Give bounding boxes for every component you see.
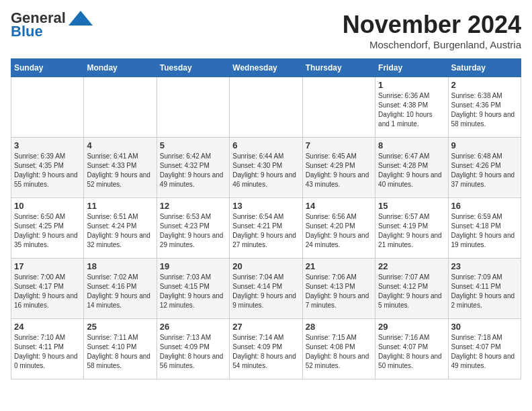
day-number: 4 — [87, 140, 153, 150]
day-number: 16 — [451, 201, 518, 211]
calendar-cell: 18Sunrise: 7:02 AM Sunset: 4:16 PM Dayli… — [84, 259, 157, 319]
day-number: 29 — [378, 322, 445, 332]
day-number: 17 — [14, 261, 81, 271]
calendar-cell: 3Sunrise: 6:39 AM Sunset: 4:35 PM Daylig… — [11, 138, 84, 198]
day-info: Sunrise: 6:56 AM Sunset: 4:20 PM Dayligh… — [306, 212, 372, 250]
day-info: Sunrise: 7:18 AM Sunset: 4:07 PM Dayligh… — [451, 333, 518, 371]
calendar-cell: 4Sunrise: 6:41 AM Sunset: 4:33 PM Daylig… — [84, 138, 157, 198]
svg-marker-0 — [69, 11, 93, 26]
day-info: Sunrise: 6:50 AM Sunset: 4:25 PM Dayligh… — [14, 212, 81, 250]
day-info: Sunrise: 6:57 AM Sunset: 4:19 PM Dayligh… — [378, 212, 445, 250]
day-number: 6 — [232, 140, 299, 150]
calendar-cell: 22Sunrise: 7:07 AM Sunset: 4:12 PM Dayli… — [375, 259, 448, 319]
weekday-header: Monday — [84, 59, 157, 77]
calendar-week-row: 3Sunrise: 6:39 AM Sunset: 4:35 PM Daylig… — [11, 138, 521, 198]
day-number: 30 — [451, 322, 518, 332]
calendar-cell — [84, 77, 157, 138]
day-info: Sunrise: 6:42 AM Sunset: 4:32 PM Dayligh… — [160, 152, 226, 189]
weekday-header: Tuesday — [157, 59, 229, 77]
day-info: Sunrise: 6:53 AM Sunset: 4:23 PM Dayligh… — [160, 212, 226, 250]
day-number: 8 — [378, 140, 445, 150]
calendar-body: 1Sunrise: 6:36 AM Sunset: 4:38 PM Daylig… — [11, 77, 521, 379]
day-info: Sunrise: 6:44 AM Sunset: 4:30 PM Dayligh… — [232, 152, 299, 189]
month-title: November 2024 — [343, 11, 521, 39]
day-info: Sunrise: 7:15 AM Sunset: 4:08 PM Dayligh… — [306, 333, 372, 371]
weekday-header: Wednesday — [230, 59, 302, 77]
calendar-cell: 30Sunrise: 7:18 AM Sunset: 4:07 PM Dayli… — [448, 319, 521, 379]
calendar-header-row: SundayMondayTuesdayWednesdayThursdayFrid… — [11, 59, 521, 77]
day-number: 24 — [14, 322, 81, 332]
day-number: 10 — [14, 201, 81, 211]
day-number: 3 — [14, 140, 81, 150]
day-info: Sunrise: 6:54 AM Sunset: 4:21 PM Dayligh… — [232, 212, 299, 250]
title-area: November 2024 Moschendorf, Burgenland, A… — [343, 11, 521, 50]
day-number: 13 — [232, 201, 299, 211]
day-number: 23 — [451, 261, 518, 271]
day-number: 12 — [160, 201, 226, 211]
logo-icon — [69, 11, 93, 26]
calendar-cell — [302, 77, 375, 138]
day-info: Sunrise: 7:16 AM Sunset: 4:07 PM Dayligh… — [378, 333, 445, 371]
calendar-cell: 23Sunrise: 7:09 AM Sunset: 4:11 PM Dayli… — [448, 259, 521, 319]
day-info: Sunrise: 6:51 AM Sunset: 4:24 PM Dayligh… — [87, 212, 153, 250]
calendar-cell — [230, 77, 302, 138]
calendar-cell: 8Sunrise: 6:47 AM Sunset: 4:28 PM Daylig… — [375, 138, 448, 198]
calendar-cell: 21Sunrise: 7:06 AM Sunset: 4:13 PM Dayli… — [302, 259, 375, 319]
day-info: Sunrise: 7:07 AM Sunset: 4:12 PM Dayligh… — [378, 273, 445, 310]
weekday-header: Friday — [375, 59, 448, 77]
calendar-week-row: 10Sunrise: 6:50 AM Sunset: 4:25 PM Dayli… — [11, 198, 521, 259]
day-number: 1 — [378, 80, 445, 90]
day-number: 20 — [232, 261, 299, 271]
day-info: Sunrise: 7:09 AM Sunset: 4:11 PM Dayligh… — [451, 273, 518, 310]
calendar-cell: 26Sunrise: 7:13 AM Sunset: 4:09 PM Dayli… — [157, 319, 229, 379]
day-number: 14 — [306, 201, 372, 211]
day-number: 18 — [87, 261, 153, 271]
day-info: Sunrise: 6:45 AM Sunset: 4:29 PM Dayligh… — [306, 152, 372, 189]
calendar-cell: 19Sunrise: 7:03 AM Sunset: 4:15 PM Dayli… — [157, 259, 229, 319]
day-number: 19 — [160, 261, 226, 271]
day-number: 25 — [87, 322, 153, 332]
logo-blue: Blue — [11, 23, 43, 40]
calendar-cell: 9Sunrise: 6:48 AM Sunset: 4:26 PM Daylig… — [448, 138, 521, 198]
day-info: Sunrise: 6:41 AM Sunset: 4:33 PM Dayligh… — [87, 152, 153, 189]
calendar-cell: 10Sunrise: 6:50 AM Sunset: 4:25 PM Dayli… — [11, 198, 84, 259]
day-number: 27 — [232, 322, 299, 332]
day-info: Sunrise: 6:39 AM Sunset: 4:35 PM Dayligh… — [14, 152, 81, 189]
day-info: Sunrise: 7:02 AM Sunset: 4:16 PM Dayligh… — [87, 273, 153, 310]
calendar-week-row: 24Sunrise: 7:10 AM Sunset: 4:11 PM Dayli… — [11, 319, 521, 379]
weekday-header: Thursday — [302, 59, 375, 77]
calendar-cell — [11, 77, 84, 138]
weekday-header: Sunday — [11, 59, 84, 77]
day-info: Sunrise: 7:14 AM Sunset: 4:09 PM Dayligh… — [232, 333, 299, 371]
day-number: 22 — [378, 261, 445, 271]
day-info: Sunrise: 7:00 AM Sunset: 4:17 PM Dayligh… — [14, 273, 81, 310]
calendar-cell: 7Sunrise: 6:45 AM Sunset: 4:29 PM Daylig… — [302, 138, 375, 198]
day-number: 28 — [306, 322, 372, 332]
calendar-cell — [157, 77, 229, 138]
day-number: 15 — [378, 201, 445, 211]
calendar-week-row: 1Sunrise: 6:36 AM Sunset: 4:38 PM Daylig… — [11, 77, 521, 138]
day-info: Sunrise: 7:10 AM Sunset: 4:11 PM Dayligh… — [14, 333, 81, 371]
location: Moschendorf, Burgenland, Austria — [343, 39, 521, 50]
calendar-week-row: 17Sunrise: 7:00 AM Sunset: 4:17 PM Dayli… — [11, 259, 521, 319]
calendar-cell: 5Sunrise: 6:42 AM Sunset: 4:32 PM Daylig… — [157, 138, 229, 198]
calendar-cell: 1Sunrise: 6:36 AM Sunset: 4:38 PM Daylig… — [375, 77, 448, 138]
day-info: Sunrise: 7:04 AM Sunset: 4:14 PM Dayligh… — [232, 273, 299, 310]
calendar-cell: 28Sunrise: 7:15 AM Sunset: 4:08 PM Dayli… — [302, 319, 375, 379]
calendar-table: SundayMondayTuesdayWednesdayThursdayFrid… — [11, 58, 521, 379]
calendar-cell: 13Sunrise: 6:54 AM Sunset: 4:21 PM Dayli… — [230, 198, 302, 259]
weekday-header: Saturday — [448, 59, 521, 77]
calendar-cell: 11Sunrise: 6:51 AM Sunset: 4:24 PM Dayli… — [84, 198, 157, 259]
calendar-cell: 15Sunrise: 6:57 AM Sunset: 4:19 PM Dayli… — [375, 198, 448, 259]
day-info: Sunrise: 6:48 AM Sunset: 4:26 PM Dayligh… — [451, 152, 518, 189]
day-info: Sunrise: 7:11 AM Sunset: 4:10 PM Dayligh… — [87, 333, 153, 371]
logo: General Blue — [11, 11, 93, 40]
calendar-cell: 16Sunrise: 6:59 AM Sunset: 4:18 PM Dayli… — [448, 198, 521, 259]
day-number: 9 — [451, 140, 518, 150]
day-info: Sunrise: 6:38 AM Sunset: 4:36 PM Dayligh… — [451, 91, 518, 129]
day-info: Sunrise: 6:59 AM Sunset: 4:18 PM Dayligh… — [451, 212, 518, 250]
calendar-cell: 24Sunrise: 7:10 AM Sunset: 4:11 PM Dayli… — [11, 319, 84, 379]
day-number: 2 — [451, 80, 518, 90]
day-info: Sunrise: 7:06 AM Sunset: 4:13 PM Dayligh… — [306, 273, 372, 310]
day-info: Sunrise: 7:13 AM Sunset: 4:09 PM Dayligh… — [160, 333, 226, 371]
